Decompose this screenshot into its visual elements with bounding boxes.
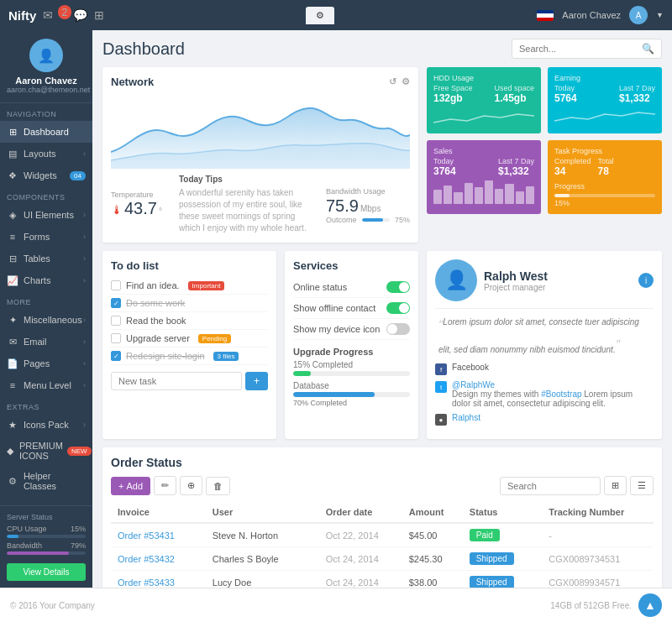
bootstrap-link: #Bootstrap	[541, 389, 581, 399]
cell-amount: $245.30	[402, 547, 463, 571]
cell-tracking: CGX0089934571	[542, 571, 654, 588]
service-label-1: Online status	[293, 282, 347, 292]
ralph-info-icon[interactable]: i	[638, 273, 654, 288]
cell-status: Shipped	[463, 571, 542, 588]
twitter-handle[interactable]: @RalphWe	[452, 380, 495, 389]
hdd-values: Free Space 132gb Used space 1.45gb	[433, 84, 534, 104]
ralph-name: Ralph West	[484, 269, 548, 283]
sidebar-item-forms[interactable]: ≡ Forms ›	[0, 226, 92, 248]
view-details-button[interactable]: View Details	[7, 563, 86, 581]
th-amount: Amount	[402, 502, 463, 523]
refresh-icon[interactable]: ↺	[389, 76, 396, 87]
sidebar-item-misc[interactable]: ✦ Miscellaneous ›	[0, 309, 92, 331]
sidebar-item-icons[interactable]: ★ Icons Pack ›	[0, 414, 92, 436]
sidebar-item-menu[interactable]: ≡ Menu Level ›	[0, 374, 92, 396]
sidebar-item-ui[interactable]: ◈ UI Elements ›	[0, 204, 92, 226]
invoice-link[interactable]: Order #53433	[118, 578, 175, 588]
bar-10	[526, 186, 534, 204]
status-badge: Paid	[470, 529, 500, 541]
sidebar-item-widgets[interactable]: ❖ Widgets 04	[0, 165, 92, 186]
todo-checkbox-5[interactable]: ✓	[111, 351, 121, 361]
sidebar-item-tables[interactable]: ⊟ Tables ›	[0, 248, 92, 269]
online-status-toggle[interactable]	[386, 281, 410, 293]
ralph-twitter: t @RalphWe Design my themes with #Bootst…	[435, 380, 654, 408]
status-badge: Shipped	[470, 552, 514, 565]
menu-icon: ≡	[7, 379, 18, 391]
status-badge: Shipped	[470, 576, 514, 588]
earning-mini-chart	[554, 107, 655, 127]
user-avatar[interactable]: A	[629, 6, 648, 24]
sidebar-item-pages[interactable]: 📄 Pages ›	[0, 353, 92, 374]
todo-checkbox-4[interactable]	[111, 333, 121, 343]
new-task-input[interactable]	[111, 372, 242, 390]
network-card-actions: ↺ ⚙	[389, 76, 410, 87]
cell-tracking: -	[542, 523, 654, 547]
sidebar-item-charts[interactable]: 📈 Charts ›	[0, 269, 92, 291]
language-flag[interactable]	[537, 10, 554, 21]
copy-order-button[interactable]: ⊕	[180, 476, 202, 495]
add-order-button[interactable]: + Add	[111, 477, 150, 495]
ralph-facebook: f Facebook	[435, 363, 654, 375]
bandwidth-value: 79%	[71, 541, 86, 550]
order-controls: + Add ✏ ⊕ 🗑 ⊞ ☰	[111, 476, 654, 495]
today-tips-text: A wonderful serenity has taken possessio…	[179, 187, 309, 234]
invoice-link[interactable]: Order #53431	[118, 531, 175, 541]
scroll-to-top-button[interactable]: ▲	[638, 593, 662, 617]
th-user: User	[206, 502, 319, 523]
todo-add-button[interactable]: +	[245, 372, 268, 390]
ui-icon: ◈	[7, 209, 18, 221]
sales-bar-chart	[433, 180, 534, 204]
sidebar-item-helper[interactable]: ⚙ Helper Classes	[0, 466, 92, 496]
total-label: Total	[598, 157, 614, 165]
sidebar-item-email[interactable]: ✉ Email ›	[0, 331, 92, 353]
task-progress-bar	[554, 194, 655, 197]
github-label[interactable]: Ralphst	[452, 413, 480, 422]
order-view-button[interactable]: ☰	[630, 476, 654, 495]
device-icon-toggle[interactable]	[386, 323, 410, 335]
chevron-right-icon: ›	[83, 149, 86, 158]
tables-icon: ⊟	[7, 253, 18, 264]
cell-date: Oct 24, 2014	[319, 547, 402, 571]
upgrade-pct-2: 70% Completed	[293, 399, 410, 407]
settings-tab[interactable]: ⚙	[306, 7, 334, 24]
user-chevron-icon[interactable]: ▼	[656, 11, 664, 19]
extras-section-label: Extras	[0, 396, 92, 414]
topbar-notification-icons: ✉2 💬 ⊞	[43, 8, 103, 22]
premium-label: PREMIUM ICONS	[19, 441, 67, 461]
settings-alt-icon[interactable]: ⊞	[94, 8, 104, 22]
sidebar-item-premium[interactable]: ◆ PREMIUM ICONS NEW	[0, 436, 92, 466]
upgrade-label-1: 15% Completed	[293, 360, 410, 369]
email-icon: ✉	[7, 336, 18, 348]
sidebar-item-dashboard[interactable]: ⊞ Dashboard	[0, 121, 92, 143]
disk-info: 14GB of 512GB Free.	[550, 601, 632, 610]
upgrade-item-2: Database 70% Completed	[293, 381, 410, 407]
chevron-right-icon: ›	[83, 359, 86, 368]
invoice-link[interactable]: Order #53432	[118, 554, 175, 564]
order-search-input[interactable]	[500, 477, 601, 495]
github-icon: ●	[435, 414, 447, 426]
delete-order-button[interactable]: 🗑	[206, 477, 230, 495]
todo-checkbox-1[interactable]	[111, 280, 121, 290]
todo-checkbox-3[interactable]	[111, 316, 121, 326]
service-item-1: Online status	[293, 277, 410, 298]
bar-9	[516, 191, 524, 204]
widgets-badge: 04	[70, 171, 86, 180]
settings-icon[interactable]: ⚙	[402, 76, 410, 87]
offline-contact-toggle[interactable]	[386, 302, 410, 314]
todo-checkbox-2[interactable]: ✓	[111, 298, 121, 308]
sidebar-profile: new 👤 Aaron Chavez aaron.cha@themeon.net	[0, 30, 92, 103]
sidebar-item-layouts[interactable]: ▤ Layouts ›	[0, 143, 92, 165]
server-status-label: Server Status	[7, 513, 86, 521]
order-search-button[interactable]: ⊞	[604, 476, 627, 495]
notification-icon[interactable]: ✉2	[43, 8, 66, 22]
cell-amount: $38.00	[402, 571, 463, 588]
sales-last7-val: $1,332	[498, 165, 534, 177]
layouts-icon: ▤	[7, 148, 18, 159]
search-input[interactable]	[519, 44, 637, 54]
cell-user: Charles S Boyle	[206, 547, 319, 571]
cpu-label: CPU Usage	[7, 525, 47, 533]
todo-text-5: Redesign site-login	[126, 351, 205, 361]
chat-icon[interactable]: 💬	[73, 8, 87, 22]
edit-order-button[interactable]: ✏	[154, 476, 176, 495]
th-tracking: Tracking Number	[542, 502, 654, 523]
